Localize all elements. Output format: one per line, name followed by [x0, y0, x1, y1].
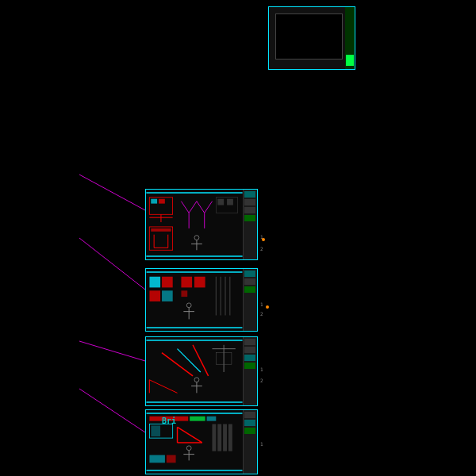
sidebar-block [244, 420, 255, 426]
drawing-sheet-2 [145, 268, 258, 332]
sheet4-label-1: 1 [260, 441, 263, 447]
sheet1-drawing [146, 190, 243, 259]
drawing-sheet-1 [145, 189, 258, 260]
sheet2-content [146, 269, 257, 331]
bri-label: Bri [162, 416, 176, 425]
sheet3-drawing [146, 337, 243, 405]
svg-rect-36 [181, 277, 192, 288]
svg-rect-73 [223, 424, 227, 451]
sidebar-block [244, 428, 255, 434]
svg-rect-64 [190, 416, 205, 421]
svg-rect-67 [151, 426, 160, 437]
sheet3-label-1: 1 [260, 367, 263, 372]
sheet3-content [146, 337, 257, 405]
svg-rect-35 [162, 290, 173, 301]
sheet1-label-2: 2 [260, 246, 263, 251]
sheet3-label-2: 2 [260, 378, 263, 383]
drawing-sheet-3 [145, 336, 258, 406]
sidebar-block [244, 278, 255, 285]
sheet4-drawing [146, 410, 243, 474]
minimap [268, 6, 355, 70]
sheet3-sidebar [243, 337, 257, 405]
sheet1-orange-dot [262, 238, 265, 241]
svg-rect-72 [217, 424, 221, 451]
sidebar-block [244, 215, 255, 221]
svg-rect-75 [149, 455, 165, 463]
svg-rect-38 [181, 290, 187, 297]
sheet2-sidebar [243, 269, 257, 331]
svg-rect-76 [167, 455, 176, 463]
sidebar-block [244, 363, 255, 369]
svg-rect-24 [217, 199, 224, 205]
svg-rect-37 [194, 277, 205, 288]
svg-rect-34 [149, 290, 160, 301]
sidebar-block [244, 191, 255, 198]
sheet2-label-1: 1 [260, 301, 263, 307]
svg-rect-32 [149, 277, 160, 288]
sheet1-content [146, 190, 257, 259]
sidebar-block [244, 412, 255, 418]
sheet2-label-2: 2 [260, 311, 263, 317]
minimap-indicator [346, 55, 354, 66]
sidebar-block [244, 355, 255, 361]
svg-rect-13 [151, 228, 171, 232]
sidebar-block [244, 271, 255, 277]
sidebar-block [244, 286, 255, 293]
svg-rect-8 [151, 199, 157, 204]
svg-line-1 [79, 238, 145, 290]
sheet2-drawing [146, 269, 243, 331]
minimap-sidebar [345, 7, 355, 69]
sidebar-block [244, 339, 255, 345]
sheet4-sidebar [243, 410, 257, 474]
sidebar-block [244, 347, 255, 353]
svg-rect-9 [159, 199, 165, 204]
svg-rect-33 [162, 277, 173, 288]
svg-rect-71 [212, 424, 216, 451]
svg-rect-65 [207, 416, 217, 421]
svg-rect-25 [227, 199, 233, 205]
sheet1-sidebar [243, 190, 257, 259]
svg-rect-74 [228, 424, 232, 451]
svg-line-3 [79, 389, 145, 432]
sidebar-block [244, 207, 255, 213]
svg-line-0 [79, 175, 145, 210]
minimap-viewport [275, 13, 343, 60]
sheet2-orange-dot [266, 305, 269, 309]
svg-line-2 [79, 341, 145, 361]
sidebar-block [244, 199, 255, 205]
